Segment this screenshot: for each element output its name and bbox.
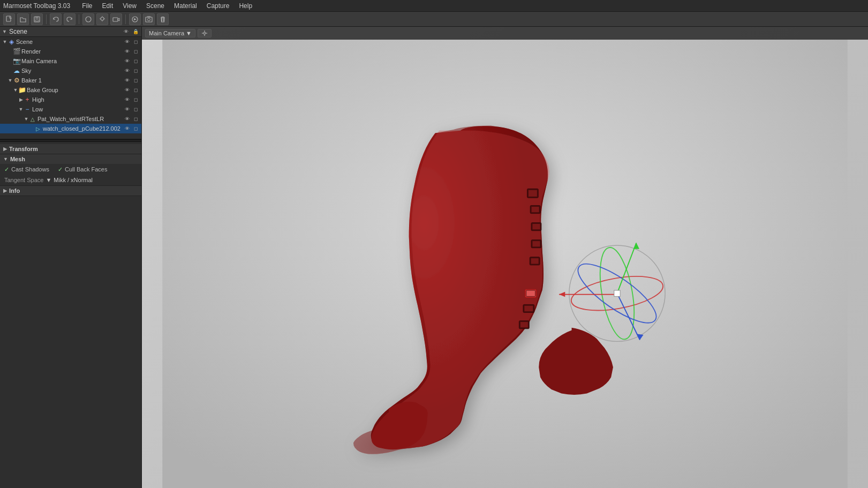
tree-item-pat-watch[interactable]: ▼ △ Pat_Watch_wristRTestLR 👁 ◻ (0, 114, 141, 124)
menu-material[interactable]: Material (170, 1, 201, 11)
tangent-space-dropdown-arrow[interactable]: ▼ (46, 177, 51, 183)
svg-rect-22 (528, 190, 537, 197)
camera-eye-icon[interactable]: 👁 (123, 57, 131, 65)
svg-point-5 (101, 17, 104, 20)
bakegroup-vis-icon[interactable]: ◻ (132, 86, 139, 94)
render-vis-icon[interactable]: ◻ (132, 48, 139, 55)
low-vis-icon[interactable]: ◻ (132, 106, 139, 113)
main-layout: ▼ Scene 👁 🔒 ▼ ◈ Scene 👁 ◻ (0, 27, 868, 488)
viewport-settings-button[interactable] (198, 29, 212, 37)
high-eye-icon[interactable]: 👁 (123, 96, 131, 103)
light-button[interactable] (96, 13, 108, 25)
baker-item-icons: 👁 ◻ (123, 77, 139, 84)
cast-shadows-label: Cast Shadows (11, 166, 49, 172)
menu-scene[interactable]: Scene (142, 1, 169, 11)
new-button[interactable] (3, 13, 15, 25)
tree-item-watch-closed[interactable]: ▷ watch_closed_pCube212.002 👁 ◻ (0, 124, 141, 133)
app-title: Marmoset Toolbag 3.03 (3, 2, 70, 10)
patwatch-arrow: ▼ (24, 116, 29, 122)
cull-back-faces-check[interactable]: ✓ Cull Back Faces (58, 166, 107, 173)
cull-back-label: Cull Back Faces (65, 166, 107, 172)
sky-label: Sky (21, 67, 123, 74)
scene-tree-header-icons: 👁 🔒 (122, 28, 139, 35)
info-expand-icon: ▶ (3, 188, 7, 193)
watchclosed-eye-icon[interactable]: 👁 (123, 125, 131, 132)
mesh-section-header[interactable]: ▼ Mesh (0, 154, 141, 164)
transform-section-header[interactable]: ▶ Transform (0, 144, 141, 154)
scene-tree-title: Scene (9, 28, 27, 35)
redo-button[interactable] (64, 13, 76, 25)
menu-help[interactable]: Help (235, 1, 256, 11)
low-eye-icon[interactable]: 👁 (123, 106, 131, 113)
tangent-space-label: Tangent Space (4, 177, 43, 183)
info-section: ▶ Info (0, 186, 141, 196)
viewport-toolbar: Main Camera ▼ (142, 27, 868, 40)
submesh-icon: ▷ (34, 125, 42, 132)
camera-selector[interactable]: Main Camera ▼ (145, 29, 195, 37)
baker-vis-icon[interactable]: ◻ (132, 77, 139, 84)
watchclosed-vis-icon[interactable]: ◻ (132, 125, 139, 132)
menu-edit[interactable]: Edit (98, 1, 118, 11)
render-icon: 🎬 (13, 48, 20, 55)
viewport-scene (142, 40, 868, 488)
toolbar-separator-3 (125, 14, 126, 24)
scene-expand-arrow[interactable]: ▼ (2, 29, 7, 34)
sphere-button[interactable] (82, 13, 94, 25)
undo-button[interactable] (50, 13, 62, 25)
high-vis-icon[interactable]: ◻ (132, 96, 139, 103)
tree-item-bakegroup[interactable]: ▼ 📁 Bake Group 👁 ◻ (0, 85, 141, 95)
tree-item-sky[interactable]: ☁ Sky 👁 ◻ (0, 66, 141, 76)
tree-item-render[interactable]: 🎬 Render 👁 ◻ (0, 47, 141, 56)
menu-file[interactable]: File (78, 1, 96, 11)
camera-toolbar-button[interactable] (110, 13, 122, 25)
tree-item-low[interactable]: ▼ − Low 👁 ◻ (0, 104, 141, 114)
menubar: Marmoset Toolbag 3.03 File Edit View Sce… (0, 0, 868, 12)
camera-item-icons: 👁 ◻ (123, 57, 139, 65)
baker-eye-icon[interactable]: 👁 (123, 77, 131, 84)
scene-lock-icon[interactable]: 🔒 (132, 28, 139, 35)
scene-eye-icon[interactable]: 👁 (123, 38, 131, 46)
scene-vis-icon[interactable]: ◻ (132, 38, 139, 46)
menu-capture[interactable]: Capture (202, 1, 234, 11)
svg-rect-28 (532, 241, 540, 247)
render-item-icons: 👁 ◻ (123, 48, 139, 55)
left-panel: ▼ Scene 👁 🔒 ▼ ◈ Scene 👁 ◻ (0, 27, 142, 488)
svg-rect-32 (526, 290, 535, 296)
svg-point-15 (203, 32, 206, 34)
baker-label: Baker 1 (21, 77, 123, 84)
menu-view[interactable]: View (118, 1, 141, 11)
sky-eye-icon[interactable]: 👁 (123, 67, 131, 74)
mesh-section: ▼ Mesh ✓ Cast Shadows ✓ Cull Back Faces … (0, 154, 141, 186)
watchclosed-label: watch_closed_pCube212.002 (43, 125, 123, 132)
bakegroup-icon: 📁 (18, 86, 26, 94)
svg-rect-10 (113, 18, 118, 21)
tangent-value-mikk: Mikk (54, 177, 66, 183)
patwatch-vis-icon[interactable]: ◻ (132, 115, 139, 123)
viewport[interactable]: Main Camera ▼ (142, 27, 868, 488)
tree-item-baker[interactable]: ▼ ⚙ Baker 1 👁 ◻ (0, 76, 141, 85)
capture-button[interactable] (143, 13, 155, 25)
svg-rect-34 (524, 305, 533, 311)
baker-icon: ⚙ (13, 77, 20, 84)
sky-vis-icon[interactable]: ◻ (132, 67, 139, 74)
delete-button[interactable] (157, 13, 169, 25)
open-button[interactable] (17, 13, 29, 25)
info-section-header[interactable]: ▶ Info (0, 186, 141, 196)
scene-visibility-icon[interactable]: 👁 (122, 28, 130, 35)
bakegroup-eye-icon[interactable]: 👁 (123, 86, 131, 94)
render-eye-icon[interactable]: 👁 (123, 48, 131, 55)
camera-vis-icon[interactable]: ◻ (132, 57, 139, 65)
scene-icon: ◈ (7, 38, 15, 46)
tree-item-camera[interactable]: 📷 Main Camera 👁 ◻ (0, 56, 141, 66)
tree-item-high[interactable]: ▶ + High 👁 ◻ (0, 95, 141, 104)
scene-tree-header: ▼ Scene 👁 🔒 (0, 27, 141, 37)
cast-shadows-check[interactable]: ✓ Cast Shadows (4, 166, 49, 173)
render-button[interactable] (129, 13, 141, 25)
patwatch-eye-icon[interactable]: 👁 (123, 115, 131, 123)
high-icon: + (24, 96, 31, 103)
save-button[interactable] (31, 13, 43, 25)
tree-item-scene[interactable]: ▼ ◈ Scene 👁 ◻ (0, 37, 141, 47)
svg-rect-47 (614, 290, 620, 296)
camera-dropdown-icon: ▼ (186, 30, 192, 36)
tangent-value-xnormal: xNormal (71, 177, 93, 183)
